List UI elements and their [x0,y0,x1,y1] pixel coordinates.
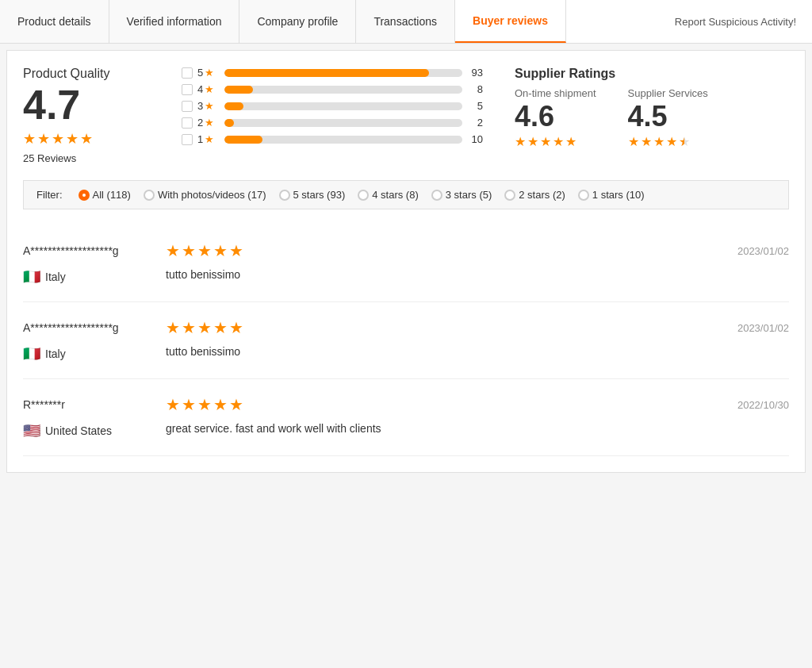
rating-section: Product Quality 4.7 ★ ★ ★ ★ ★ 25 Reviews… [23,67,789,164]
services-star-3: ★ [653,134,665,149]
country-name-0: Italy [45,271,66,283]
ontime-star-3: ★ [540,134,551,149]
radio-4stars[interactable] [358,190,369,201]
bar-checkbox-4[interactable] [182,84,193,95]
filter-option-4stars[interactable]: 4 stars (8) [358,189,419,201]
star-1: ★ [23,130,36,148]
supplier-ratings-title: Supplier Ratings [515,67,753,81]
review-star-1-3: ★ [213,318,228,337]
review-star-2-0: ★ [166,395,180,414]
review-star-1-0: ★ [166,318,180,337]
bar-star-icon-5: ★ [205,67,214,79]
bar-row-2[interactable]: 2 ★ 2 [182,117,483,129]
ontime-star-5: ★ [565,134,576,149]
reviewer-info-2: R*******r ★★★★★ [23,395,243,414]
bar-checkbox-3[interactable] [182,101,193,112]
review-star-0-4: ★ [229,241,243,260]
reviewer-info-0: A*******************g ★★★★★ [23,241,243,260]
review-item-2: R*******r ★★★★★ 2022/10/30 🇺🇸 United Sta… [23,379,789,456]
filter-bar: Filter: All (118)With photos/videos (17)… [23,180,789,209]
filter-option-5stars[interactable]: 5 stars (93) [279,189,346,201]
bar-track-2 [224,119,462,127]
bar-row-3[interactable]: 3 ★ 5 [182,100,483,112]
bar-star-icon-1: ★ [205,133,214,145]
report-button[interactable]: Report Suspicious Activity! [659,0,812,43]
bar-checkbox-1[interactable] [182,134,193,145]
bar-row-5[interactable]: 5 ★ 93 [182,67,483,79]
filter-option-3stars[interactable]: 3 stars (5) [431,189,492,201]
reviewer-info-1: A*******************g ★★★★★ [23,318,243,337]
bar-star-label-4: 4 ★ [197,83,220,95]
supplier-services-label: Supplier Services [628,87,708,99]
bar-count-4: 8 [467,83,483,95]
filter-option-all[interactable]: All (118) [79,189,131,201]
star-3: ★ [52,130,64,148]
filter-label-photos: With photos/videos (17) [158,189,266,201]
filter-option-2stars[interactable]: 2 stars (2) [504,189,565,201]
filter-label-4stars: 4 stars (8) [372,189,419,201]
radio-3stars[interactable] [431,190,442,201]
bar-fill-5 [224,69,429,77]
review-star-0-1: ★ [182,241,196,260]
bar-row-1[interactable]: 1 ★ 10 [182,133,483,145]
radio-5stars[interactable] [279,190,290,201]
review-star-2-3: ★ [213,395,228,414]
country-name-1: Italy [45,347,66,360]
radio-photos[interactable] [144,190,155,201]
product-quality: Product Quality 4.7 ★ ★ ★ ★ ★ 25 Reviews [23,67,150,164]
reviewer-name-1: A*******************g [23,321,150,334]
review-date-2: 2022/10/30 [737,399,789,411]
review-count: 25 Reviews [23,152,150,164]
filter-label-2stars: 2 stars (2) [519,189,565,201]
review-date-1: 2023/01/02 [737,322,789,334]
tab-transactions[interactable]: Transactions [356,0,455,43]
star-4: ★ [66,130,79,148]
bar-track-4 [224,86,462,94]
tab-company-profile[interactable]: Company profile [239,0,356,43]
rating-bar-chart: 5 ★ 93 4 ★ 8 3 ★ [182,67,483,164]
main-content: Product Quality 4.7 ★ ★ ★ ★ ★ 25 Reviews… [6,50,806,473]
bar-count-2: 2 [467,117,483,129]
review-text-2: great service. fast and work well with c… [166,422,381,440]
star-2: ★ [37,130,50,148]
tab-product-details[interactable]: Product details [0,0,109,43]
filter-option-1stars[interactable]: 1 stars (10) [578,189,645,201]
bar-fill-3 [224,102,243,110]
filter-label-5stars: 5 stars (93) [293,189,346,201]
country-name-2: United States [45,424,112,437]
supplier-ontime-stars: ★ ★ ★ ★ ★ [515,134,596,149]
supplier-ontime-score: 4.6 [515,102,596,131]
bar-checkbox-5[interactable] [182,67,193,79]
review-star-1-4: ★ [229,318,243,337]
filter-option-photos[interactable]: With photos/videos (17) [144,189,266,201]
bar-track-1 [224,136,462,144]
review-country-0: 🇮🇹 Italy [23,268,150,286]
filter-label-3stars: 3 stars (5) [446,189,492,201]
radio-2stars[interactable] [504,190,515,201]
radio-1stars[interactable] [578,190,589,201]
review-item-1: A*******************g ★★★★★ 2023/01/02 🇮… [23,302,789,379]
tab-buyer-reviews[interactable]: Buyer reviews [455,0,566,43]
reviews-list: A*******************g ★★★★★ 2023/01/02 🇮… [23,225,789,456]
review-text-1: tutto benissimo [166,345,240,363]
review-header-1: A*******************g ★★★★★ 2023/01/02 [23,318,789,337]
bar-fill-2 [224,119,234,127]
bar-fill-4 [224,86,253,94]
tab-verified-information[interactable]: Verified information [109,0,240,43]
review-star-0-2: ★ [197,241,212,260]
bar-count-3: 5 [467,100,483,112]
bar-row-4[interactable]: 4 ★ 8 [182,83,483,95]
tabs-bar: Product details Verified information Com… [0,0,812,44]
bar-checkbox-2[interactable] [182,117,193,129]
review-star-2-4: ★ [229,395,243,414]
flag-1: 🇮🇹 [23,345,40,363]
services-star-5-half: ★★ [679,134,690,149]
supplier-services: Supplier Services 4.5 ★ ★ ★ ★ ★★ [628,87,708,149]
supplier-ontime-label: On-time shipment [515,87,596,99]
product-quality-score: 4.7 [23,84,150,125]
review-header-2: R*******r ★★★★★ 2022/10/30 [23,395,789,414]
review-star-2-1: ★ [182,395,196,414]
radio-all[interactable] [79,190,90,201]
filter-label-all: All (118) [93,189,131,201]
supplier-services-stars: ★ ★ ★ ★ ★★ [628,134,708,149]
